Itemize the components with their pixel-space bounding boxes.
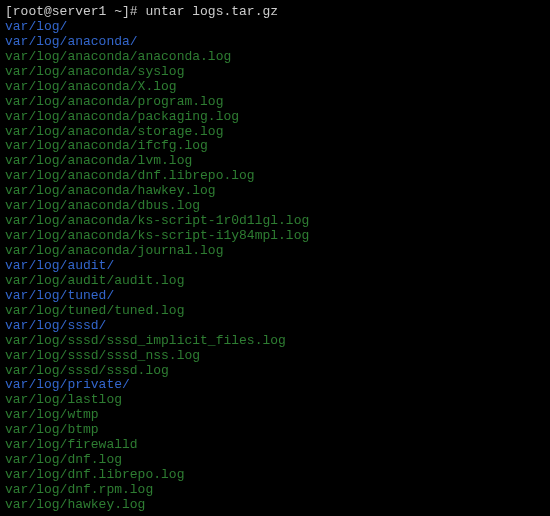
prompt-line: [root@server1 ~]# untar logs.tar.gz: [5, 5, 545, 20]
output-line: var/log/tuned/: [5, 289, 545, 304]
output-line: var/log/audit/: [5, 259, 545, 274]
output-line: var/log/private/: [5, 378, 545, 393]
output-line: var/log/anaconda/ks-script-1r0d1lgl.log: [5, 214, 545, 229]
output-line: var/log/sssd/sssd_nss.log: [5, 349, 545, 364]
output-line: var/log/anaconda/journal.log: [5, 244, 545, 259]
output-line: var/log/lastlog: [5, 393, 545, 408]
output-line: var/log/btmp: [5, 423, 545, 438]
terminal-output: var/log/var/log/anaconda/var/log/anacond…: [5, 20, 545, 513]
output-line: var/log/anaconda/packaging.log: [5, 110, 545, 125]
output-line: var/log/anaconda/ks-script-i1y84mpl.log: [5, 229, 545, 244]
output-line: var/log/firewalld: [5, 438, 545, 453]
output-line: var/log/anaconda/program.log: [5, 95, 545, 110]
output-line: var/log/dnf.log: [5, 453, 545, 468]
output-line: var/log/anaconda/storage.log: [5, 125, 545, 140]
output-line: var/log/anaconda/: [5, 35, 545, 50]
output-line: var/log/sssd/sssd.log: [5, 364, 545, 379]
output-line: var/log/anaconda/dbus.log: [5, 199, 545, 214]
output-line: var/log/tuned/tuned.log: [5, 304, 545, 319]
output-line: var/log/anaconda/lvm.log: [5, 154, 545, 169]
output-line: var/log/sssd/sssd_implicit_files.log: [5, 334, 545, 349]
output-line: var/log/dnf.librepo.log: [5, 468, 545, 483]
output-line: var/log/wtmp: [5, 408, 545, 423]
prompt-command: untar logs.tar.gz: [145, 4, 278, 19]
prompt-user-host: [root@server1 ~]#: [5, 4, 138, 19]
output-line: var/log/anaconda/hawkey.log: [5, 184, 545, 199]
output-line: var/log/anaconda/X.log: [5, 80, 545, 95]
output-line: var/log/sssd/: [5, 319, 545, 334]
output-line: var/log/anaconda/syslog: [5, 65, 545, 80]
output-line: var/log/hawkey.log: [5, 498, 545, 513]
output-line: var/log/anaconda/dnf.librepo.log: [5, 169, 545, 184]
output-line: var/log/: [5, 20, 545, 35]
terminal-window[interactable]: [root@server1 ~]# untar logs.tar.gz var/…: [5, 5, 545, 513]
output-line: var/log/audit/audit.log: [5, 274, 545, 289]
output-line: var/log/anaconda/anaconda.log: [5, 50, 545, 65]
output-line: var/log/dnf.rpm.log: [5, 483, 545, 498]
output-line: var/log/anaconda/ifcfg.log: [5, 139, 545, 154]
